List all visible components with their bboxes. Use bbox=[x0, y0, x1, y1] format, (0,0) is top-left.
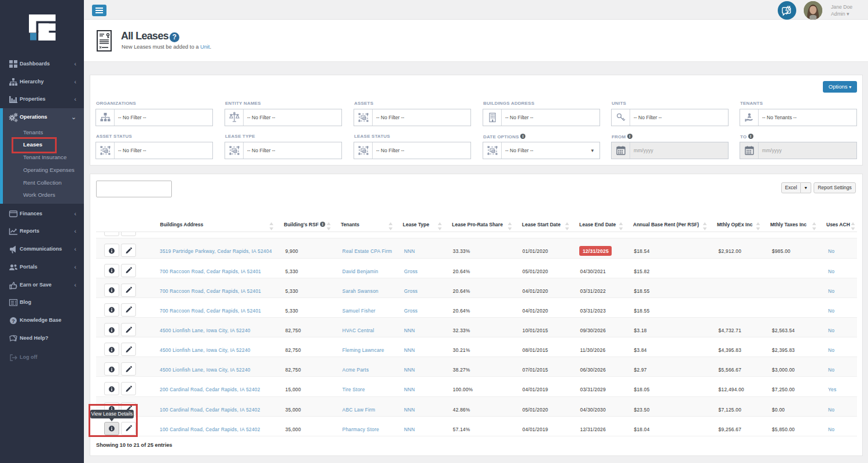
svg-text:?: ? bbox=[12, 318, 15, 324]
